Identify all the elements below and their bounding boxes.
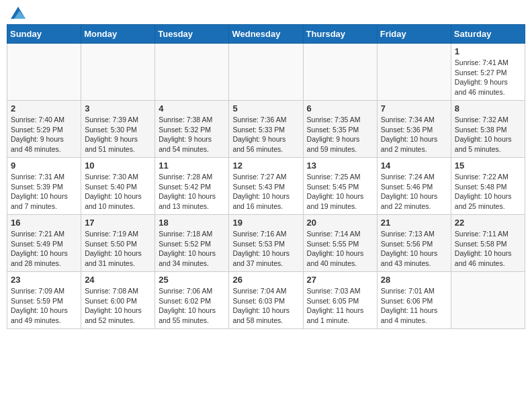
- day-number: 24: [85, 275, 151, 285]
- calendar-cell: [229, 44, 303, 101]
- calendar-cell: [81, 44, 155, 101]
- calendar-cell: 16Sunrise: 7:21 AM Sunset: 5:49 PM Dayli…: [7, 215, 81, 272]
- day-info: Sunrise: 7:01 AM Sunset: 6:06 PM Dayligh…: [381, 286, 447, 326]
- day-info: Sunrise: 7:40 AM Sunset: 5:29 PM Dayligh…: [11, 115, 77, 154]
- calendar-cell: [155, 44, 229, 101]
- calendar-cell: 10Sunrise: 7:30 AM Sunset: 5:40 PM Dayli…: [81, 158, 155, 215]
- day-number: 20: [307, 218, 373, 228]
- day-number: 13: [307, 161, 373, 171]
- calendar-cell: [7, 44, 81, 101]
- calendar-cell: 22Sunrise: 7:11 AM Sunset: 5:58 PM Dayli…: [451, 215, 525, 272]
- calendar-header: SundayMondayTuesdayWednesdayThursdayFrid…: [7, 25, 525, 44]
- day-number: 18: [159, 218, 225, 228]
- day-number: 8: [455, 103, 521, 113]
- calendar-week-row: 9Sunrise: 7:31 AM Sunset: 5:39 PM Daylig…: [7, 158, 525, 215]
- calendar-cell: 27Sunrise: 7:03 AM Sunset: 6:05 PM Dayli…: [303, 272, 377, 329]
- day-info: Sunrise: 7:30 AM Sunset: 5:40 PM Dayligh…: [85, 172, 151, 212]
- calendar-cell: 28Sunrise: 7:01 AM Sunset: 6:06 PM Dayli…: [377, 272, 451, 329]
- day-number: 5: [232, 103, 299, 113]
- day-number: 25: [159, 275, 225, 285]
- page-header: [7, 7, 525, 19]
- day-number: 17: [85, 218, 151, 228]
- day-number: 3: [85, 103, 151, 113]
- calendar-cell: 2Sunrise: 7:40 AM Sunset: 5:29 PM Daylig…: [7, 101, 81, 158]
- day-number: 27: [307, 275, 373, 285]
- calendar-cell: [451, 272, 525, 329]
- day-number: 21: [381, 218, 447, 228]
- day-number: 7: [381, 103, 447, 113]
- day-info: Sunrise: 7:27 AM Sunset: 5:43 PM Dayligh…: [232, 172, 299, 212]
- calendar-week-row: 2Sunrise: 7:40 AM Sunset: 5:29 PM Daylig…: [7, 101, 525, 158]
- logo-icon: [11, 7, 26, 19]
- calendar-cell: [377, 44, 451, 101]
- calendar-cell: 19Sunrise: 7:16 AM Sunset: 5:53 PM Dayli…: [229, 215, 303, 272]
- calendar-cell: 20Sunrise: 7:14 AM Sunset: 5:55 PM Dayli…: [303, 215, 377, 272]
- calendar-cell: 21Sunrise: 7:13 AM Sunset: 5:56 PM Dayli…: [377, 215, 451, 272]
- day-number: 26: [232, 275, 299, 285]
- calendar-cell: 8Sunrise: 7:32 AM Sunset: 5:38 PM Daylig…: [451, 101, 525, 158]
- day-number: 14: [381, 161, 447, 171]
- day-info: Sunrise: 7:16 AM Sunset: 5:53 PM Dayligh…: [232, 229, 299, 269]
- calendar-week-row: 16Sunrise: 7:21 AM Sunset: 5:49 PM Dayli…: [7, 215, 525, 272]
- day-info: Sunrise: 7:28 AM Sunset: 5:42 PM Dayligh…: [159, 172, 225, 212]
- day-info: Sunrise: 7:38 AM Sunset: 5:32 PM Dayligh…: [159, 115, 225, 154]
- calendar-week-row: 23Sunrise: 7:09 AM Sunset: 5:59 PM Dayli…: [7, 272, 525, 329]
- logo: [9, 7, 26, 19]
- calendar-cell: 23Sunrise: 7:09 AM Sunset: 5:59 PM Dayli…: [7, 272, 81, 329]
- day-number: 9: [11, 161, 77, 171]
- day-number: 4: [159, 103, 225, 113]
- day-info: Sunrise: 7:06 AM Sunset: 6:02 PM Dayligh…: [159, 286, 225, 326]
- day-info: Sunrise: 7:21 AM Sunset: 5:49 PM Dayligh…: [11, 229, 77, 269]
- day-info: Sunrise: 7:18 AM Sunset: 5:52 PM Dayligh…: [159, 229, 225, 269]
- day-info: Sunrise: 7:25 AM Sunset: 5:45 PM Dayligh…: [307, 172, 373, 212]
- day-number: 19: [232, 218, 299, 228]
- day-info: Sunrise: 7:35 AM Sunset: 5:35 PM Dayligh…: [307, 115, 373, 154]
- calendar-cell: 12Sunrise: 7:27 AM Sunset: 5:43 PM Dayli…: [229, 158, 303, 215]
- calendar-cell: 25Sunrise: 7:06 AM Sunset: 6:02 PM Dayli…: [155, 272, 229, 329]
- day-info: Sunrise: 7:39 AM Sunset: 5:30 PM Dayligh…: [85, 115, 151, 154]
- day-info: Sunrise: 7:09 AM Sunset: 5:59 PM Dayligh…: [11, 286, 77, 326]
- calendar-cell: [303, 44, 377, 101]
- weekday-header: Tuesday: [155, 25, 229, 44]
- day-number: 22: [455, 218, 521, 228]
- day-info: Sunrise: 7:34 AM Sunset: 5:36 PM Dayligh…: [381, 115, 447, 154]
- day-info: Sunrise: 7:24 AM Sunset: 5:46 PM Dayligh…: [381, 172, 447, 212]
- calendar-cell: 6Sunrise: 7:35 AM Sunset: 5:35 PM Daylig…: [303, 101, 377, 158]
- day-info: Sunrise: 7:32 AM Sunset: 5:38 PM Dayligh…: [455, 115, 521, 154]
- calendar-cell: 24Sunrise: 7:08 AM Sunset: 6:00 PM Dayli…: [81, 272, 155, 329]
- weekday-header: Saturday: [451, 25, 525, 44]
- day-info: Sunrise: 7:14 AM Sunset: 5:55 PM Dayligh…: [307, 229, 373, 269]
- day-info: Sunrise: 7:04 AM Sunset: 6:03 PM Dayligh…: [232, 286, 299, 326]
- calendar-body: 1Sunrise: 7:41 AM Sunset: 5:27 PM Daylig…: [7, 44, 525, 329]
- weekday-header: Sunday: [7, 25, 81, 44]
- day-info: Sunrise: 7:36 AM Sunset: 5:33 PM Dayligh…: [232, 115, 299, 154]
- calendar-cell: 3Sunrise: 7:39 AM Sunset: 5:30 PM Daylig…: [81, 101, 155, 158]
- day-number: 12: [232, 161, 299, 171]
- calendar-cell: 15Sunrise: 7:22 AM Sunset: 5:48 PM Dayli…: [451, 158, 525, 215]
- day-number: 10: [85, 161, 151, 171]
- calendar-cell: 5Sunrise: 7:36 AM Sunset: 5:33 PM Daylig…: [229, 101, 303, 158]
- header-row: SundayMondayTuesdayWednesdayThursdayFrid…: [7, 25, 525, 44]
- day-number: 2: [11, 103, 77, 113]
- day-number: 1: [455, 46, 521, 56]
- calendar-cell: 7Sunrise: 7:34 AM Sunset: 5:36 PM Daylig…: [377, 101, 451, 158]
- weekday-header: Thursday: [303, 25, 377, 44]
- day-number: 15: [455, 161, 521, 171]
- calendar-cell: 13Sunrise: 7:25 AM Sunset: 5:45 PM Dayli…: [303, 158, 377, 215]
- day-info: Sunrise: 7:13 AM Sunset: 5:56 PM Dayligh…: [381, 229, 447, 269]
- day-info: Sunrise: 7:08 AM Sunset: 6:00 PM Dayligh…: [85, 286, 151, 326]
- weekday-header: Wednesday: [229, 25, 303, 44]
- calendar-cell: 1Sunrise: 7:41 AM Sunset: 5:27 PM Daylig…: [451, 44, 525, 101]
- day-info: Sunrise: 7:31 AM Sunset: 5:39 PM Dayligh…: [11, 172, 77, 212]
- calendar-cell: 9Sunrise: 7:31 AM Sunset: 5:39 PM Daylig…: [7, 158, 81, 215]
- day-number: 6: [307, 103, 373, 113]
- calendar-cell: 4Sunrise: 7:38 AM Sunset: 5:32 PM Daylig…: [155, 101, 229, 158]
- weekday-header: Friday: [377, 25, 451, 44]
- calendar-cell: 26Sunrise: 7:04 AM Sunset: 6:03 PM Dayli…: [229, 272, 303, 329]
- day-info: Sunrise: 7:19 AM Sunset: 5:50 PM Dayligh…: [85, 229, 151, 269]
- calendar-table: SundayMondayTuesdayWednesdayThursdayFrid…: [7, 24, 525, 329]
- day-number: 16: [11, 218, 77, 228]
- calendar-cell: 11Sunrise: 7:28 AM Sunset: 5:42 PM Dayli…: [155, 158, 229, 215]
- calendar-cell: 14Sunrise: 7:24 AM Sunset: 5:46 PM Dayli…: [377, 158, 451, 215]
- day-number: 23: [11, 275, 77, 285]
